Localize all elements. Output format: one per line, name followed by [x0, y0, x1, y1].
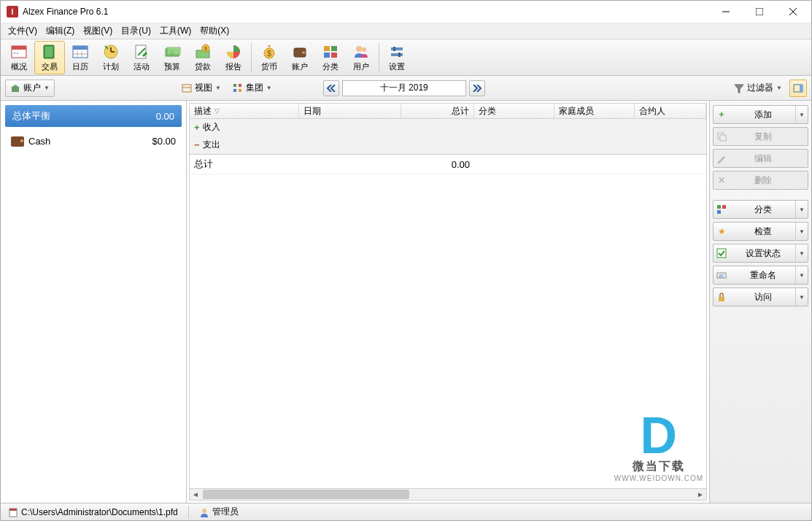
maximize-button[interactable] — [743, 1, 776, 23]
menu-tools[interactable]: 工具(W) — [155, 23, 196, 39]
chevron-down-icon[interactable]: ▼ — [795, 201, 805, 218]
menu-file[interactable]: 文件(V) — [4, 23, 42, 39]
chevron-down-icon[interactable]: ▼ — [795, 244, 805, 262]
currency-icon: $ — [260, 43, 278, 61]
menu-edit[interactable]: 编辑(Z) — [42, 23, 79, 39]
column-payee[interactable]: 合约人 — [635, 104, 706, 118]
panel-toggle-button[interactable] — [789, 80, 807, 97]
window-title: Alzex Finance Pro 6.1 — [23, 7, 709, 17]
filter-dropdown[interactable]: 过滤器 ▼ — [730, 80, 786, 97]
group-income[interactable]: +收入 — [190, 119, 706, 136]
svg-rect-57 — [719, 297, 724, 301]
date-navigator: 十一月 2019 — [323, 80, 485, 96]
toolbar-budget[interactable]: 预算 — [157, 41, 187, 74]
toolbar-report[interactable]: 报告 — [218, 41, 249, 74]
column-total[interactable]: 总计 — [401, 104, 474, 118]
chevron-down-icon[interactable]: ▼ — [795, 223, 805, 240]
plan-icon — [102, 43, 120, 61]
add-icon: + — [714, 109, 730, 120]
horizontal-scrollbar[interactable]: ◄ ► — [189, 488, 707, 501]
checkbox-icon — [714, 248, 730, 258]
view-dropdown[interactable]: 视图 ▼ — [177, 80, 225, 97]
action-check[interactable]: ★ 检查 ▼ — [713, 222, 808, 241]
column-description[interactable]: 描述 ▽ — [190, 104, 299, 118]
filter-dropdown-label: 过滤器 — [747, 82, 773, 94]
chevron-down-icon: ▼ — [776, 85, 782, 91]
minus-icon: − — [194, 139, 200, 150]
column-family[interactable]: 家庭成员 — [554, 104, 635, 118]
chevron-down-icon: ▼ — [44, 85, 50, 91]
action-category[interactable]: 分类 ▼ — [713, 200, 808, 219]
star-icon: ★ — [714, 226, 730, 236]
svg-text:ab: ab — [719, 273, 724, 278]
status-admin: 管理员 — [212, 506, 239, 518]
action-delete[interactable]: ✕ 删除 — [713, 171, 808, 190]
svg-point-7 — [17, 53, 18, 54]
chevron-down-icon[interactable]: ▼ — [795, 266, 805, 284]
minimize-button[interactable] — [709, 1, 743, 23]
toolbar-category-label: 分类 — [322, 61, 339, 72]
toolbar-activity-label: 活动 — [134, 61, 150, 72]
toolbar-plan[interactable]: 计划 — [96, 41, 126, 74]
toolbar-budget-label: 预算 — [164, 61, 180, 72]
main-toolbar: 概况 交易 日历 计划 活动 预算 $ 贷款 报告 $ 货币 账户 分类 — [1, 39, 811, 76]
menu-catalog[interactable]: 目录(U) — [117, 23, 155, 39]
action-setstatus[interactable]: 设置状态 ▼ — [713, 244, 808, 263]
toolbar-user[interactable]: 用户 — [346, 41, 376, 74]
toolbar-settings[interactable]: 设置 — [382, 41, 412, 74]
accounts-panel: 总体平衡 0.00 Cash $0.00 — [1, 101, 187, 503]
account-dropdown-label: 账户 — [23, 82, 41, 94]
svg-rect-30 — [324, 46, 330, 51]
status-user[interactable]: 管理员 — [195, 506, 243, 518]
status-separator — [188, 506, 189, 519]
account-dropdown[interactable]: 账户 ▼ — [5, 80, 55, 97]
secondary-toolbar: 账户 ▼ 视图 ▼ 集团 ▼ 十一月 2019 过滤器 ▼ — [1, 76, 811, 101]
panel-icon — [793, 83, 803, 93]
toolbar-calendar-label: 日历 — [72, 61, 88, 72]
grid-total-row: 总计 0.00 — [190, 154, 706, 174]
toolbar-overview[interactable]: 概况 — [4, 41, 34, 74]
date-next-fast-button[interactable] — [469, 80, 485, 96]
column-date[interactable]: 日期 — [299, 104, 401, 118]
actions-panel: + 添加 ▼ 复制 编辑 ✕ 删除 分类 ▼ ★ 检查 ▼ 设置状态 — [709, 101, 811, 503]
toolbar-currency-label: 货币 — [261, 61, 277, 72]
menu-view[interactable]: 视图(V) — [79, 23, 117, 39]
balance-value: 0.00 — [156, 111, 174, 122]
rename-icon: ab — [714, 270, 730, 280]
column-category[interactable]: 分类 — [474, 104, 554, 118]
scroll-thumb[interactable] — [203, 490, 409, 499]
date-prev-fast-button[interactable] — [323, 80, 339, 96]
toolbar-calendar[interactable]: 日历 — [65, 41, 96, 74]
toolbar-user-label: 用户 — [353, 61, 369, 72]
toolbar-activity[interactable]: 活动 — [126, 41, 157, 74]
action-edit[interactable]: 编辑 — [713, 149, 808, 168]
toolbar-account[interactable]: 账户 — [285, 41, 315, 74]
group-dropdown[interactable]: 集团 ▼ — [228, 80, 277, 97]
toolbar-currency[interactable]: $ 货币 — [254, 41, 285, 74]
settings-icon — [388, 43, 406, 61]
action-copy[interactable]: 复制 — [713, 127, 808, 146]
chevron-down-icon[interactable]: ▼ — [795, 106, 805, 123]
chevron-down-icon[interactable]: ▼ — [795, 288, 805, 306]
toolbar-transaction[interactable]: 交易 — [34, 41, 65, 74]
action-rename[interactable]: ab 重命名 ▼ — [713, 266, 808, 285]
user-icon — [199, 507, 209, 517]
close-button[interactable] — [776, 1, 810, 23]
date-display[interactable]: 十一月 2019 — [342, 80, 466, 96]
action-add[interactable]: + 添加 ▼ — [713, 105, 808, 124]
svg-rect-43 — [233, 84, 236, 87]
file-icon — [8, 507, 18, 517]
action-access[interactable]: 访问 ▼ — [713, 287, 808, 306]
account-row-cash[interactable]: Cash $0.00 — [5, 131, 182, 151]
svg-point-6 — [14, 53, 15, 54]
menu-help[interactable]: 帮助(X) — [196, 23, 233, 39]
svg-rect-37 — [391, 53, 403, 56]
app-icon: I — [7, 6, 18, 18]
total-balance-box: 总体平衡 0.00 — [5, 105, 182, 127]
group-expense[interactable]: −支出 — [190, 136, 706, 154]
status-file[interactable]: C:\Users\Administrator\Documents\1.pfd — [4, 507, 182, 517]
toolbar-category[interactable]: 分类 — [315, 41, 346, 74]
group-icon — [233, 83, 243, 93]
toolbar-loan[interactable]: $ 贷款 — [187, 41, 218, 74]
lock-icon — [714, 292, 730, 302]
